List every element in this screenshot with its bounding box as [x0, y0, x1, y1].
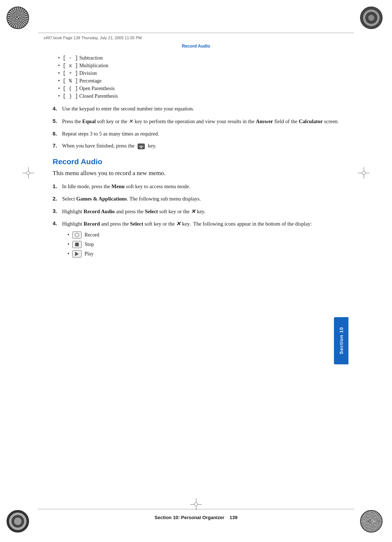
section-tab: Section 10	[334, 317, 348, 364]
corner-decoration-br	[360, 510, 385, 535]
bullet-list: [ - ] Subtraction [ x ] Multiplication […	[53, 55, 339, 99]
record-step-4: 4. Highlight Record and press the Select…	[53, 220, 339, 259]
header-text: x497.book Page 139 Thursday, July 21, 20…	[44, 35, 142, 41]
section-heading: Record Audio	[53, 157, 339, 166]
corner-decoration-tr	[360, 7, 385, 32]
svg-rect-0	[138, 143, 145, 149]
mid-crosshair-right	[358, 167, 369, 179]
list-item: [ - ] Subtraction	[53, 55, 339, 61]
record-icon	[72, 231, 82, 239]
footer: Section 10: Personal Organizer 139	[44, 515, 348, 520]
list-item: [ % ] Percentage	[53, 78, 339, 84]
icon-record-item: Record	[62, 231, 339, 239]
list-item: [ ( ] Open Parenthesis	[53, 86, 339, 92]
svg-point-1	[140, 147, 142, 148]
record-step-2: 2. Select Games & Applications. The foll…	[53, 195, 339, 203]
main-content: Record Audio [ - ] Subtraction [ x ] Mul…	[53, 44, 339, 500]
phone-end-icon	[137, 143, 145, 150]
record-step-1: 1. In Idle mode, press the Menu soft key…	[53, 183, 339, 191]
icon-stop-item: Stop	[62, 240, 339, 248]
step-6: 6. Repeat steps 3 to 5 as many times as …	[53, 130, 339, 138]
footer-text: Section 10: Personal Organizer 139	[155, 515, 237, 520]
page-header-title: Record Audio	[53, 44, 339, 49]
play-icon	[72, 250, 82, 258]
step-4: 4. Use the keypad to enter the second nu…	[53, 105, 339, 113]
intro-text: This menu allows you to record a new mem…	[53, 170, 339, 177]
step-5: 5. Press the Equal soft key or the ✕ key…	[53, 117, 339, 126]
mid-crosshair-left	[23, 167, 34, 179]
list-item: [ ÷ ] Division	[53, 70, 339, 76]
stop-icon	[72, 241, 82, 248]
step-7: 7. When you have finished, press the key…	[53, 142, 339, 150]
list-item: [ x ] Multiplication	[53, 63, 339, 69]
header-line	[38, 33, 354, 33]
icon-play-item: Play	[62, 250, 339, 258]
icon-list: Record Stop Play	[62, 231, 339, 258]
list-item: [ ) ] Closed Parenthesis	[53, 93, 339, 99]
record-step-3: 3. Highlight Record Audio and press the …	[53, 207, 339, 216]
corner-decoration-bl	[7, 510, 32, 535]
corner-decoration-tl	[7, 7, 32, 32]
